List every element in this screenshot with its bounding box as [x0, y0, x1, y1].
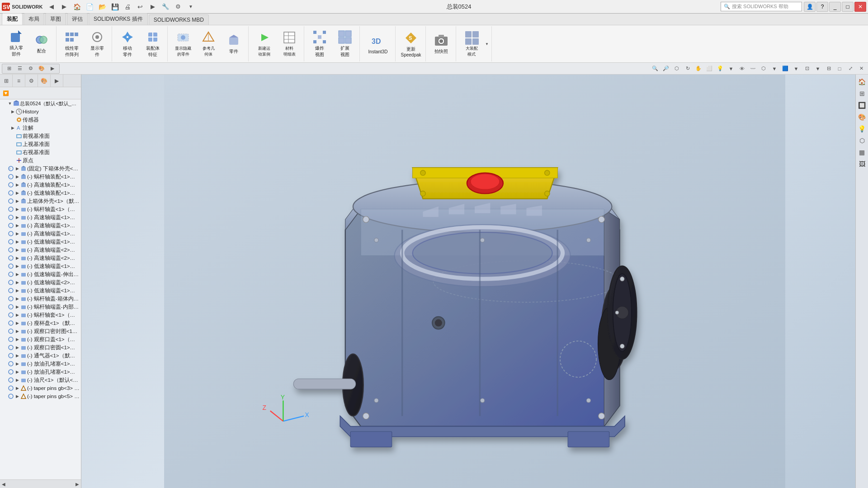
- view-assy-btn[interactable]: ⊞: [4, 64, 14, 74]
- close-btn[interactable]: ✕: [854, 2, 866, 12]
- view-prop-btn[interactable]: ⚙: [26, 64, 36, 74]
- tree-front-plane[interactable]: ▶ 前视基准面: [0, 132, 81, 140]
- tree-scroll-right[interactable]: ▶: [75, 482, 79, 487]
- tree-scroll-left[interactable]: ◀: [2, 482, 5, 487]
- snapshot-btn[interactable]: 拍快照: [429, 30, 453, 57]
- view-style-icon[interactable]: ▼: [726, 64, 736, 74]
- display-state-icon[interactable]: 🖼: [857, 159, 868, 169]
- view-viewport-icon[interactable]: ⊡: [802, 64, 812, 74]
- open-btn[interactable]: 📂: [96, 0, 108, 13]
- display-tab[interactable]: 🎨: [38, 75, 51, 87]
- assy-feature-btn[interactable]: 装配体特征: [141, 30, 165, 57]
- tree-root[interactable]: ▼ 总装0524（默认<默认_显示状态-1>: [0, 99, 81, 108]
- tree-sensor[interactable]: ▶ 传感器: [0, 116, 81, 124]
- home-btn[interactable]: 🏠: [71, 0, 83, 13]
- config-tab[interactable]: ⚙: [25, 75, 38, 87]
- tab-assembly[interactable]: 装配: [2, 13, 23, 25]
- view-color-btn[interactable]: 🎨: [37, 64, 47, 74]
- search-box[interactable]: 🔍 搜索 SOLIDWORKS 帮助: [721, 2, 802, 11]
- real-view-icon[interactable]: ⬡: [857, 135, 868, 146]
- tree-part-11[interactable]: - ▶ (-) 高速轴端盖<2>（默认<...: [0, 246, 81, 254]
- show-hide-btn[interactable]: 显示零件: [85, 30, 109, 57]
- view-more-btn[interactable]: ▶: [47, 64, 57, 74]
- tree-part-22[interactable]: - ▶ (-) 观察口盖<1>（默认<<默认>_...: [0, 335, 81, 343]
- 3d-viewport[interactable]: cx="290": [81, 75, 868, 488]
- user-icon[interactable]: 👤: [804, 2, 816, 12]
- scene-icon[interactable]: 💡: [857, 123, 868, 134]
- ref-geometry-btn[interactable]: 参考几何体: [197, 30, 220, 57]
- restore-btn[interactable]: □: [842, 2, 854, 12]
- tab-layout[interactable]: 布局: [24, 13, 44, 25]
- view-hide-icon[interactable]: 👁: [737, 64, 747, 74]
- view-render-arrow[interactable]: ▼: [791, 64, 801, 74]
- feature-tree[interactable]: ▼ 总装0524（默认<默认_显示状态-1> ▶ History ▶: [0, 99, 81, 479]
- speedpak-btn[interactable]: S 更新Speedpak: [399, 30, 423, 57]
- tab-mbd[interactable]: SOLIDWORKS MBD: [149, 14, 209, 25]
- view-list-btn[interactable]: ☰: [15, 64, 25, 74]
- tree-part-9[interactable]: - ▶ (-) 高速轴端盖<1>（默认<默...: [0, 230, 81, 238]
- tree-part-7[interactable]: - ▶ (-) 高速轴端盖<1>（默认<默...: [0, 213, 81, 221]
- custom-tab[interactable]: ▶: [51, 75, 63, 87]
- minimize-btn[interactable]: _: [829, 2, 841, 12]
- instant3d-btn[interactable]: 3D Instant3D: [363, 30, 392, 57]
- tree-annotations[interactable]: ▶ A 注解: [0, 124, 81, 132]
- tab-evaluate[interactable]: 评估: [67, 13, 88, 25]
- redo-btn[interactable]: ▶: [146, 0, 159, 13]
- filter-icon[interactable]: 🔽: [1, 88, 11, 98]
- tree-history[interactable]: ▶ History: [0, 108, 81, 116]
- tree-part-20[interactable]: - ▶ (-) 瘦杯盘<1>（默认<默认<...: [0, 319, 81, 327]
- tree-part-19[interactable]: - ▶ (-) 蜗杆轴套<1>（默认<默...: [0, 311, 81, 319]
- zoom-to-fit-icon[interactable]: ⊞: [857, 88, 868, 99]
- nav-back-btn[interactable]: ◀: [45, 0, 58, 13]
- home-view-icon[interactable]: 🏠: [857, 76, 868, 87]
- tree-part-12[interactable]: - ▶ (-) 高速轴端盖<2>（默认<默...: [0, 254, 81, 262]
- tree-part-15[interactable]: - ▶ (-) 低速轴端盖<2>（默认<默...: [0, 278, 81, 286]
- mate-btn[interactable]: 配合: [30, 30, 53, 57]
- dropdown-arrow[interactable]: ▼: [184, 0, 197, 13]
- tree-part-3[interactable]: - ▶ (-) 高速轴装配<1>（默认<默...: [0, 181, 81, 189]
- options-btn[interactable]: ⚙: [172, 0, 184, 13]
- tree-part-5[interactable]: ▶ 上箱体外壳<1>（默认<默认大...: [0, 197, 81, 205]
- move-part-btn[interactable]: 移动零件: [116, 30, 139, 57]
- tab-sketch[interactable]: 草图: [45, 13, 66, 25]
- view-min-btn[interactable]: ⊟: [824, 64, 834, 74]
- tree-part-13[interactable]: - ▶ (-) 低速轴端盖<1>（默认<默...: [0, 262, 81, 270]
- feature-manager-tab[interactable]: ⊞: [0, 75, 13, 87]
- new-motion-btn[interactable]: 新建运动算例: [252, 30, 276, 57]
- save-btn[interactable]: 💾: [108, 0, 121, 13]
- view-zoom-icon[interactable]: 🔎: [661, 64, 671, 74]
- tree-part-8[interactable]: - ▶ (-) 高速轴端盖<1>（默认<...: [0, 221, 81, 230]
- tree-part-29[interactable]: - ▶ (-) taper pins gb<5> (GB_CC...: [0, 392, 81, 400]
- large-assy-arrow[interactable]: ▼: [485, 42, 489, 46]
- tree-top-plane[interactable]: ▶ 上视基准面: [0, 140, 81, 148]
- tree-part-18[interactable]: - ▶ (-) 蜗杆轴端盖-内部<1>（默认...: [0, 303, 81, 311]
- tree-part-21[interactable]: - ▶ (-) 观察口密封图<1>（默认<默...: [0, 327, 81, 335]
- tree-part-23[interactable]: - ▶ (-) 观察口密圆<1>（默认<默...: [0, 343, 81, 352]
- print-btn[interactable]: 🖨: [121, 0, 134, 13]
- property-tab[interactable]: ≡: [13, 75, 25, 87]
- tree-origin[interactable]: ▶ 原点: [0, 156, 81, 164]
- rebuild-btn[interactable]: 🔧: [159, 0, 172, 13]
- view-orientation-icon[interactable]: 🔲: [857, 100, 868, 111]
- new-btn[interactable]: 📄: [83, 0, 96, 13]
- view-search-icon[interactable]: 🔍: [650, 64, 660, 74]
- tree-part-6[interactable]: - ▶ (-) 蜗杆轴盖<1>（默认<<默...: [0, 205, 81, 213]
- tree-part-28[interactable]: - ▶ (-) taper pins gb<3> (GB_CC...: [0, 384, 81, 392]
- nav-forward-btn[interactable]: ▶: [58, 0, 71, 13]
- view-render-icon[interactable]: 🟦: [780, 64, 790, 74]
- insert-part-btn[interactable]: 插入零部件: [5, 30, 28, 57]
- tree-part-24[interactable]: - ▶ (-) 通气器<1>（默认<<默认>_...: [0, 352, 81, 360]
- tree-part-2[interactable]: - ▶ (-) 蜗杆轴装配<1>（默认<默认...: [0, 173, 81, 181]
- tree-part-10[interactable]: - ▶ (-) 低速轴端盖<1>（默认<默...: [0, 238, 81, 246]
- tree-part-1[interactable]: f ▶ (固定) 下箱体外壳<1>（默认<...: [0, 164, 81, 173]
- tree-part-14[interactable]: - ▶ (-) 低速轴端盖-伸出端<1>（默...: [0, 270, 81, 278]
- bom-btn[interactable]: 材料明细表: [278, 30, 301, 57]
- perspective-icon[interactable]: ▦: [857, 147, 868, 158]
- view-close-btn[interactable]: ✕: [856, 64, 866, 74]
- component-btn[interactable]: 零件: [222, 30, 245, 57]
- view-viewport-arrow[interactable]: ▼: [813, 64, 823, 74]
- view-lights-icon[interactable]: 💡: [715, 64, 725, 74]
- tree-right-plane[interactable]: ▶ 右视基准面: [0, 148, 81, 156]
- explode-btn[interactable]: 爆炸视图: [308, 30, 331, 57]
- tree-part-17[interactable]: - ▶ (-) 蜗杆轴盖-箱体内部<1>（默...: [0, 295, 81, 303]
